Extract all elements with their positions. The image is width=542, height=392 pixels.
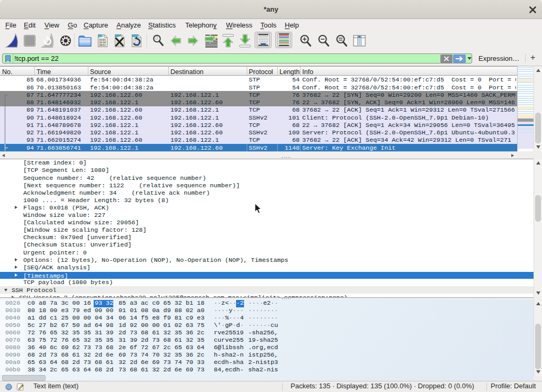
svg-text:0011: 0011 <box>100 44 106 47</box>
